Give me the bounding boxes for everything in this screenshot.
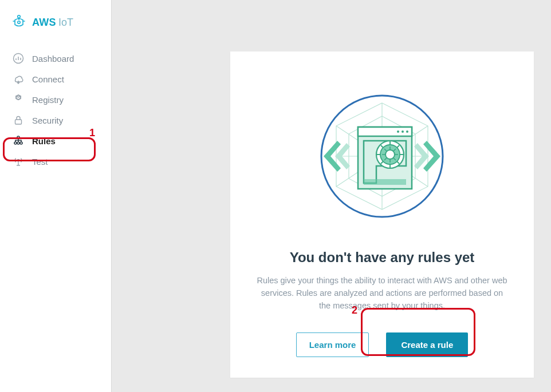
sidebar: AWSIoT Dashboard Connect	[0, 0, 112, 392]
brand-text: AWSIoT	[32, 17, 73, 29]
sidebar-item-registry[interactable]: Registry	[0, 89, 111, 110]
lock-icon	[13, 114, 24, 126]
dashboard-icon	[13, 53, 24, 64]
empty-state-description: Rules give your things the ability to in…	[255, 275, 509, 312]
rules-icon	[13, 135, 24, 146]
svg-point-18	[406, 130, 408, 133]
empty-state-card: You don't have any rules yet Rules give …	[230, 52, 534, 378]
brand-logo[interactable]: AWSIoT	[0, 10, 111, 48]
svg-point-1	[18, 21, 20, 23]
sidebar-item-label: Test	[32, 157, 48, 167]
svg-point-10	[17, 159, 19, 161]
svg-rect-4	[15, 120, 22, 124]
create-rule-button[interactable]: Create a rule	[386, 332, 468, 357]
sidebar-item-label: Connect	[32, 74, 64, 84]
empty-state-title: You don't have any rules yet	[249, 250, 515, 266]
registry-icon	[13, 94, 24, 105]
sidebar-item-label: Dashboard	[32, 54, 74, 64]
sidebar-item-rules[interactable]: Rules	[0, 130, 111, 151]
svg-point-8	[20, 142, 22, 144]
svg-point-16	[402, 130, 404, 133]
sidebar-nav: Dashboard Connect	[0, 48, 111, 172]
sidebar-item-label: Registry	[32, 95, 64, 105]
aws-iot-logo-icon	[11, 14, 26, 31]
button-row: Learn more Create a rule	[249, 332, 515, 357]
learn-more-button[interactable]: Learn more	[296, 332, 369, 357]
svg-point-22	[385, 150, 395, 159]
cloud-connect-icon	[13, 73, 24, 85]
sidebar-item-label: Rules	[32, 136, 56, 146]
svg-rect-19	[364, 179, 406, 185]
sidebar-item-connect[interactable]: Connect	[0, 69, 111, 89]
svg-point-9	[17, 142, 19, 144]
rules-illustration-icon	[249, 90, 515, 222]
sidebar-item-security[interactable]: Security	[0, 110, 111, 130]
main-content: You don't have any rules yet Rules give …	[112, 0, 551, 392]
svg-point-6	[14, 142, 17, 144]
sidebar-item-test[interactable]: Test	[0, 151, 111, 172]
svg-point-17	[397, 130, 399, 133]
sidebar-item-label: Security	[32, 116, 63, 125]
sidebar-item-dashboard[interactable]: Dashboard	[0, 48, 111, 69]
antenna-icon	[13, 156, 24, 167]
svg-point-5	[17, 136, 19, 138]
svg-point-0	[18, 15, 21, 18]
